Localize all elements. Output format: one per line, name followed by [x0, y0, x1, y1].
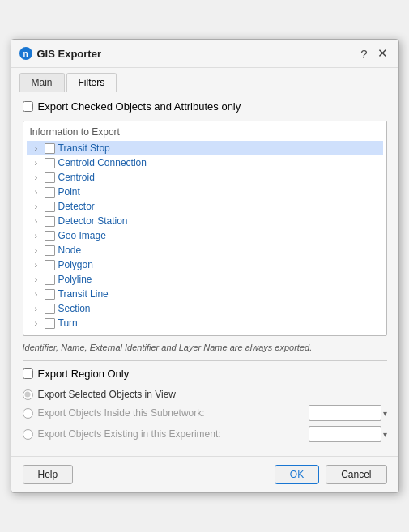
tree-checkbox-node[interactable] [45, 245, 55, 256]
tree-item-detector[interactable]: › Detector [27, 199, 383, 214]
radio-row-experiment: Export Objects Existing in this Experime… [23, 423, 387, 445]
export-region-checkbox[interactable] [23, 368, 33, 379]
subnetwork-dropdown[interactable] [309, 405, 381, 421]
tree-arrow: › [32, 304, 41, 313]
window-controls: ? ✕ [358, 46, 390, 61]
footer-right: OK Cancel [275, 465, 387, 484]
tree-label: Geo Image [58, 230, 106, 241]
title-bar: n GIS Exporter ? ✕ [11, 40, 398, 68]
tree-item-node[interactable]: › Node [27, 243, 383, 257]
tab-filters[interactable]: Filters [66, 73, 117, 92]
ok-button[interactable]: OK [275, 465, 319, 484]
tree-label: Turn [58, 317, 78, 329]
radio-selected-view[interactable] [23, 389, 33, 400]
close-icon[interactable]: ✕ [375, 46, 390, 61]
tree-label: Transit Line [58, 288, 109, 300]
tree-arrow: › [32, 232, 41, 240]
help-icon[interactable]: ? [358, 47, 369, 61]
tree-item-polyline[interactable]: › Polyline [27, 272, 383, 287]
tree-checkbox-polygon[interactable] [45, 260, 55, 270]
tree-label: Transit Stop [58, 143, 110, 154]
tree-checkbox-polyline[interactable] [45, 275, 55, 285]
tree-item-transit-stop[interactable]: › Transit Stop [27, 141, 383, 155]
tree-label: Detector [58, 201, 95, 212]
export-note: Identifier, Name, External Identifier an… [23, 343, 387, 352]
export-checked-checkbox[interactable] [23, 101, 33, 112]
tree-arrow: › [32, 319, 41, 328]
tree-item-geo-image[interactable]: › Geo Image [27, 228, 383, 243]
info-box: Information to Export › Transit Stop › C… [23, 121, 387, 336]
tree-label: Centroid [58, 172, 95, 183]
tree-label: Polygon [58, 259, 93, 270]
tree-item-section[interactable]: › Section [27, 301, 383, 316]
tree-arrow: › [32, 159, 41, 168]
tree-item-point[interactable]: › Point [27, 185, 383, 199]
info-box-title: Information to Export [27, 126, 383, 138]
tree-item-polygon[interactable]: › Polygon [27, 257, 383, 272]
tree-label: Centroid Connection [58, 157, 147, 168]
tree-item-centroid-connection[interactable]: › Centroid Connection [27, 155, 383, 170]
export-region-row: Export Region Only [23, 368, 387, 380]
radio-row-selected-view: Export Selected Objects in View [23, 386, 387, 402]
tree-arrow: › [32, 261, 41, 270]
tree-checkbox-detector-station[interactable] [45, 216, 55, 227]
cancel-button[interactable]: Cancel [326, 465, 386, 484]
tree-checkbox-centroid[interactable] [45, 172, 55, 183]
tree-item-detector-station[interactable]: › Detector Station [27, 214, 383, 228]
tree-checkbox-section[interactable] [45, 304, 55, 314]
help-button[interactable]: Help [23, 465, 74, 484]
tree-checkbox-geo-image[interactable] [45, 231, 55, 241]
tree-item-turn[interactable]: › Turn [27, 316, 383, 330]
tree-arrow: › [32, 144, 41, 153]
tree-item-transit-line[interactable]: › Transit Line [27, 287, 383, 301]
tree-checkbox-turn[interactable] [45, 318, 55, 329]
tree-arrow: › [32, 246, 41, 255]
tree-arrow: › [32, 275, 41, 284]
radio-subnetwork[interactable] [23, 408, 33, 419]
tree-checkbox-point[interactable] [45, 187, 55, 198]
tree-item-centroid[interactable]: › Centroid [27, 170, 383, 185]
radio-label-experiment: Export Objects Existing in this Experime… [38, 428, 221, 440]
subnetwork-dropdown-arrow: ▾ [383, 409, 387, 418]
radio-label-subnetwork: Export Objects Inside this Subnetwork: [38, 407, 205, 419]
tree-checkbox-detector[interactable] [45, 202, 55, 212]
tree-label: Point [58, 186, 80, 198]
tree-arrow: › [32, 202, 41, 211]
tree-arrow: › [32, 188, 41, 197]
tree-arrow: › [32, 290, 41, 299]
tree-arrow: › [32, 217, 41, 226]
app-icon: n [19, 47, 32, 60]
tree-label: Section [58, 303, 91, 314]
tree-checkbox-transit-stop[interactable] [45, 143, 55, 154]
export-checked-label: Export Checked Objects and Attributes on… [38, 100, 241, 113]
dialog-footer: Help OK Cancel [11, 456, 398, 492]
tab-bar: Main Filters [11, 68, 398, 92]
experiment-dropdown-arrow: ▾ [383, 430, 387, 439]
export-checked-row: Export Checked Objects and Attributes on… [23, 100, 387, 113]
tab-main[interactable]: Main [19, 73, 65, 92]
radio-row-subnetwork: Export Objects Inside this Subnetwork: ▾ [23, 402, 387, 423]
tree-arrow: › [32, 173, 41, 182]
tree-checkbox-centroid-connection[interactable] [45, 158, 55, 168]
experiment-dropdown-wrapper: ▾ [309, 426, 387, 442]
tree-checkbox-transit-line[interactable] [45, 289, 55, 300]
tree-label: Polyline [58, 274, 92, 285]
dialog-title: GIS Exporter [37, 48, 359, 60]
tree-label: Detector Station [58, 215, 128, 227]
radio-experiment[interactable] [23, 429, 33, 440]
tree-label: Node [58, 245, 82, 256]
export-region-label: Export Region Only [38, 368, 130, 380]
gis-exporter-dialog: n GIS Exporter ? ✕ Main Filters Export C… [11, 39, 399, 493]
subnetwork-dropdown-wrapper: ▾ [309, 405, 387, 421]
dialog-body: Export Checked Objects and Attributes on… [11, 92, 398, 453]
radio-label-selected-view: Export Selected Objects in View [38, 389, 177, 400]
experiment-dropdown[interactable] [309, 426, 381, 442]
divider [23, 360, 387, 361]
